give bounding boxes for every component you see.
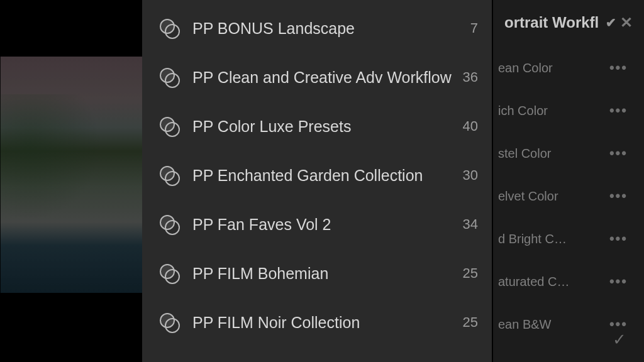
preset-group-icon — [160, 264, 179, 283]
chevron-down-icon[interactable]: ✔ — [606, 15, 616, 30]
preset-groups-overlay: PP BONUS Landscape 7 PP Clean and Creati… — [142, 0, 492, 362]
close-icon[interactable]: ✕ — [620, 14, 633, 31]
preset-group-label: PP FILM Noir Collection — [192, 314, 453, 332]
preset-item[interactable]: ean Color ••• — [493, 47, 644, 89]
preset-item[interactable]: elvet Color ••• — [493, 175, 644, 217]
preset-label: ich Color — [493, 104, 601, 118]
more-icon[interactable]: ••• — [609, 231, 628, 247]
more-icon[interactable]: ••• — [609, 145, 628, 162]
preset-group-icon — [160, 117, 179, 136]
preset-item[interactable]: stel Color ••• — [493, 132, 644, 175]
presets-panel-header[interactable]: ortrait Workflow ✔ ✕ — [493, 11, 644, 47]
preset-group-icon — [160, 19, 179, 38]
preset-group-label: PP BONUS Landscape — [192, 19, 453, 38]
preset-group-label: PP Clean and Creative Adv Workflow — [192, 69, 453, 87]
preset-label: aturated C… — [493, 275, 601, 289]
preset-group-count: 25 — [453, 314, 478, 331]
preset-item[interactable]: aturated C… ••• — [493, 260, 644, 303]
preset-group-icon — [160, 166, 179, 185]
preset-group-icon — [160, 215, 179, 234]
preset-group-count: 36 — [453, 69, 478, 85]
more-icon[interactable]: ••• — [609, 273, 628, 290]
preset-group-count: 7 — [453, 20, 478, 36]
preset-group-item[interactable]: PP FILM Noir Collection 25 — [142, 298, 492, 347]
photo-decor — [0, 94, 101, 220]
preset-group-label: PP Enchanted Garden Collection — [192, 167, 453, 185]
preset-item[interactable]: d Bright C… ••• — [493, 217, 644, 260]
preset-label: d Bright C… — [493, 232, 601, 246]
preset-group-item[interactable]: PP Fan Faves Vol 2 34 — [142, 200, 492, 249]
preset-label: YPRESET — [493, 360, 628, 363]
presets-panel: ortrait Workflow ✔ ✕ ean Color ••• ich C… — [493, 0, 644, 362]
preset-group-item[interactable]: PP Color Luxe Presets 40 — [142, 102, 492, 151]
preset-label: ean B&W — [493, 317, 601, 332]
preset-group-label: PP Color Luxe Presets — [192, 118, 453, 136]
preset-group-item[interactable]: PP FILM Bohemian 25 — [142, 249, 492, 298]
preset-group-label: PP FILM Bohemian — [192, 265, 453, 283]
preset-group-count: 25 — [453, 265, 478, 282]
more-icon[interactable]: ••• — [609, 102, 628, 119]
preset-label: elvet Color — [493, 189, 601, 204]
preset-label: ean Color — [493, 61, 601, 75]
preset-group-label: PP Fan Faves Vol 2 — [192, 216, 453, 234]
more-icon[interactable]: ••• — [609, 188, 628, 204]
preset-label: stel Color — [493, 146, 601, 161]
preset-group-count: 30 — [453, 167, 478, 184]
preset-group-item[interactable]: PP Fine Art Film Collection 25 — [142, 347, 492, 362]
more-icon[interactable]: ••• — [609, 60, 628, 76]
preset-group-count: 40 — [453, 118, 478, 134]
preset-group-icon — [160, 68, 179, 87]
preset-group-item[interactable]: PP BONUS Landscape 7 — [142, 4, 492, 53]
preset-group-item[interactable]: PP Enchanted Garden Collection 30 — [142, 151, 492, 200]
preset-group-icon — [160, 313, 179, 332]
confirm-check-icon[interactable]: ✓ — [613, 330, 626, 349]
presets-group-title: ortrait Workflow — [504, 14, 599, 31]
preset-group-count: 34 — [453, 216, 478, 233]
preset-group-item[interactable]: PP Clean and Creative Adv Workflow 36 — [142, 53, 492, 102]
preset-item[interactable]: ich Color ••• — [493, 89, 644, 132]
